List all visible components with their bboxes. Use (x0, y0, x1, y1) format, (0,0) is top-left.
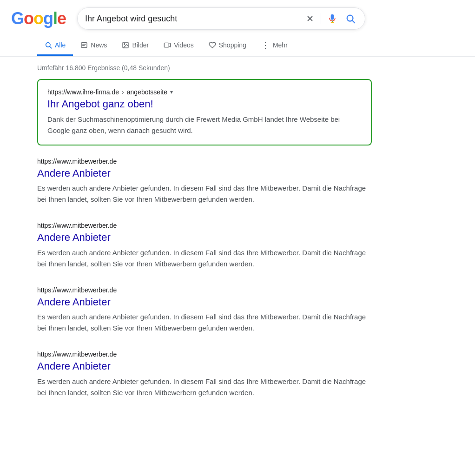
result-item-2: https://www.mitbewerber.de Andere Anbiet… (37, 213, 372, 278)
videos-tab-icon (164, 41, 171, 49)
mic-button[interactable] (326, 12, 339, 25)
svg-rect-13 (165, 43, 169, 47)
search-tab-icon (45, 41, 52, 49)
featured-result: https://www.ihre-firma.de › angebotsseit… (37, 79, 372, 145)
header: Google Ihr Angebot wird gesucht (0, 0, 475, 35)
logo-g: G (11, 9, 24, 28)
tab-bilder[interactable]: Bilder (114, 36, 156, 56)
result-title-4[interactable]: Andere Anbieter (37, 360, 372, 373)
featured-url-text: https://www.ihre-firma.de (47, 88, 119, 96)
tab-mehr[interactable]: ⋮ Mehr (254, 35, 295, 56)
result-item-4: https://www.mitbewerber.de Andere Anbiet… (37, 342, 372, 407)
tab-videos[interactable]: Videos (156, 36, 201, 56)
result-title-1[interactable]: Andere Anbieter (37, 167, 372, 180)
search-icon (345, 13, 356, 24)
tab-alle-label: Alle (55, 41, 66, 49)
featured-breadcrumb-sep: › (122, 88, 124, 96)
news-tab-icon (80, 41, 88, 49)
tab-mehr-label: Mehr (273, 41, 288, 49)
clear-button[interactable] (304, 13, 316, 25)
search-bar: Ihr Angebot wird gesucht (77, 7, 365, 30)
search-results: https://www.ihre-firma.de › angebotsseit… (0, 75, 475, 410)
tab-news-label: News (91, 41, 107, 49)
svg-point-12 (124, 44, 125, 45)
logo-o1: o (24, 9, 33, 28)
result-snippet-1: Es werden auch andere Anbieter gefunden.… (37, 183, 372, 205)
result-url-text-1: https://www.mitbewerber.de (37, 158, 117, 165)
result-item-3: https://www.mitbewerber.de Andere Anbiet… (37, 278, 372, 343)
mehr-tab-icon: ⋮ (261, 41, 270, 49)
tab-alle[interactable]: Alle (37, 36, 73, 56)
result-url-text-2: https://www.mitbewerber.de (37, 222, 117, 229)
tab-shopping[interactable]: Shopping (201, 36, 254, 56)
logo-l: l (53, 9, 57, 28)
logo-e: e (57, 9, 66, 28)
result-title-2[interactable]: Andere Anbieter (37, 231, 372, 245)
result-item-1: https://www.mitbewerber.de Andere Anbiet… (37, 149, 372, 214)
google-logo[interactable]: Google (11, 9, 66, 28)
bilder-tab-icon (122, 41, 129, 49)
tab-videos-label: Videos (174, 41, 194, 49)
result-snippet-3: Es werden auch andere Anbieter gefunden.… (37, 311, 372, 334)
result-url-1: https://www.mitbewerber.de (37, 158, 372, 165)
nav-tabs: Alle News Bilder Videos (0, 35, 475, 57)
divider (321, 13, 321, 24)
logo-o2: o (33, 9, 43, 28)
result-url-text-4: https://www.mitbewerber.de (37, 350, 117, 358)
result-url-3: https://www.mitbewerber.de (37, 286, 372, 294)
shopping-tab-icon (209, 41, 216, 49)
featured-breadcrumb: angebotsseite (127, 88, 167, 96)
dropdown-arrow-icon[interactable]: ▾ (170, 89, 173, 95)
result-url-text-3: https://www.mitbewerber.de (37, 286, 117, 294)
svg-line-7 (50, 46, 52, 48)
close-icon (306, 14, 314, 23)
logo-g2: g (43, 9, 53, 28)
result-snippet-2: Es werden auch andere Anbieter gefunden.… (37, 247, 372, 270)
search-bar-icons (304, 12, 357, 26)
result-snippet-4: Es werden auch andere Anbieter gefunden.… (37, 376, 372, 398)
featured-snippet: Dank der Suchmaschinenoptimierung durch … (47, 114, 362, 136)
svg-line-5 (352, 20, 355, 23)
tab-shopping-label: Shopping (219, 41, 246, 49)
tab-news[interactable]: News (73, 36, 114, 56)
result-url-2: https://www.mitbewerber.de (37, 222, 372, 229)
result-title-3[interactable]: Andere Anbieter (37, 296, 372, 309)
results-count: Umfefähr 16.800 Ergebnisse (0,48 Sekunde… (37, 64, 170, 72)
results-info: Umfefähr 16.800 Ergebnisse (0,48 Sekunde… (0, 57, 475, 75)
tab-bilder-label: Bilder (132, 41, 149, 49)
search-input[interactable]: Ihr Angebot wird gesucht (85, 14, 300, 24)
result-url-4: https://www.mitbewerber.de (37, 350, 372, 358)
mic-icon (328, 14, 337, 23)
search-button[interactable] (343, 12, 357, 26)
featured-url: https://www.ihre-firma.de › angebotsseit… (47, 88, 362, 96)
featured-title[interactable]: Ihr Angebot ganz oben! (47, 98, 362, 111)
